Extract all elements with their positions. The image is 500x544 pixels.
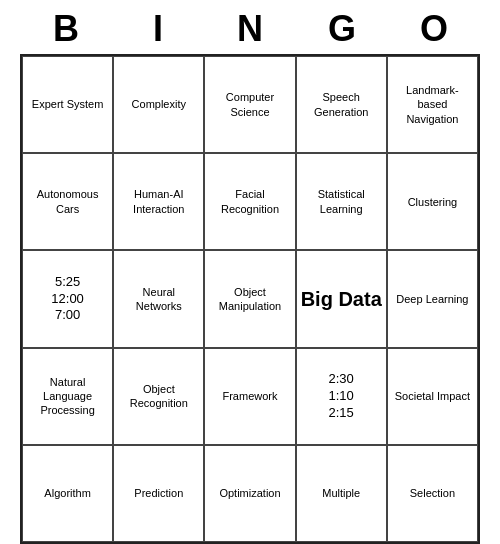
- bingo-cell: Landmark-based Navigation: [387, 56, 478, 153]
- bingo-cell: 5:2512:007:00: [22, 250, 113, 347]
- bingo-cell: Selection: [387, 445, 478, 542]
- bingo-cell: Expert System: [22, 56, 113, 153]
- bingo-cell: Framework: [204, 348, 295, 445]
- bingo-cell: 2:301:102:15: [296, 348, 387, 445]
- bingo-header: BINGO: [20, 0, 480, 54]
- bingo-cell: Neural Networks: [113, 250, 204, 347]
- bingo-cell: Deep Learning: [387, 250, 478, 347]
- bingo-cell: Autonomous Cars: [22, 153, 113, 250]
- bingo-cell: Computer Science: [204, 56, 295, 153]
- bingo-cell: Statistical Learning: [296, 153, 387, 250]
- bingo-letter: G: [300, 8, 384, 50]
- bingo-cell: Optimization: [204, 445, 295, 542]
- bingo-cell: Natural Language Processing: [22, 348, 113, 445]
- bingo-cell: Algorithm: [22, 445, 113, 542]
- bingo-cell: Societal Impact: [387, 348, 478, 445]
- bingo-cell: Facial Recognition: [204, 153, 295, 250]
- bingo-cell: Multiple: [296, 445, 387, 542]
- bingo-cell: Object Manipulation: [204, 250, 295, 347]
- bingo-cell: Prediction: [113, 445, 204, 542]
- bingo-letter: I: [116, 8, 200, 50]
- bingo-cell: Human-AI Interaction: [113, 153, 204, 250]
- bingo-grid: Expert SystemComplexityComputer ScienceS…: [20, 54, 480, 544]
- bingo-cell: Big Data: [296, 250, 387, 347]
- bingo-letter: O: [392, 8, 476, 50]
- bingo-cell: Complexity: [113, 56, 204, 153]
- bingo-cell: Speech Generation: [296, 56, 387, 153]
- bingo-cell: Clustering: [387, 153, 478, 250]
- bingo-letter: B: [24, 8, 108, 50]
- bingo-cell: Object Recognition: [113, 348, 204, 445]
- bingo-letter: N: [208, 8, 292, 50]
